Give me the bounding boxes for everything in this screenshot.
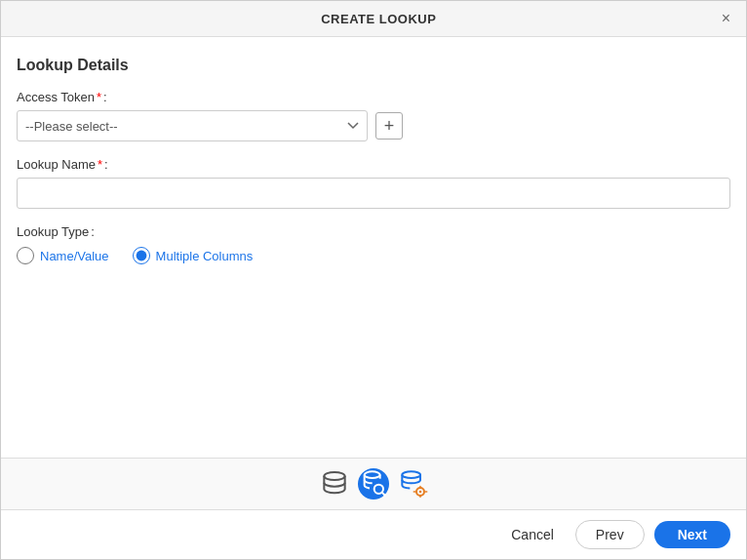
- lookup-name-field: Lookup Name * :: [17, 157, 730, 209]
- lookup-type-label: Lookup Type :: [17, 224, 730, 239]
- access-token-required: *: [97, 90, 101, 104]
- database-settings-icon-button[interactable]: [397, 468, 428, 500]
- lookup-name-label: Lookup Name * :: [17, 157, 730, 172]
- dialog-header: CREATE LOOKUP ×: [1, 1, 746, 37]
- lookup-type-radio-group: Name/Value Multiple Columns: [17, 247, 730, 264]
- access-token-row: --Please select-- +: [17, 110, 730, 141]
- database-settings-icon: [397, 468, 428, 500]
- radio-name-value-label: Name/Value: [40, 249, 109, 263]
- footer-icons: [1, 458, 746, 509]
- svg-point-4: [402, 471, 420, 478]
- search-database-icon-button[interactable]: [358, 468, 389, 500]
- footer-actions: Cancel Prev Next: [1, 509, 746, 559]
- access-token-select[interactable]: --Please select--: [17, 110, 368, 141]
- prev-button[interactable]: Prev: [575, 520, 645, 549]
- radio-multiple-columns-label: Multiple Columns: [156, 249, 254, 263]
- close-button[interactable]: ×: [722, 11, 730, 26]
- create-lookup-dialog: CREATE LOOKUP × Lookup Details Access To…: [0, 0, 747, 560]
- radio-name-value-input[interactable]: [17, 247, 34, 264]
- access-token-field: Access Token * : --Please select-- +: [17, 90, 730, 141]
- lookup-type-section: Lookup Type : Name/Value Multiple Column…: [17, 224, 730, 264]
- dialog-body: Lookup Details Access Token * : --Please…: [1, 37, 746, 458]
- svg-point-6: [419, 491, 422, 494]
- radio-name-value[interactable]: Name/Value: [17, 247, 109, 264]
- radio-multiple-columns[interactable]: Multiple Columns: [133, 247, 254, 264]
- database-icon-button[interactable]: [319, 468, 350, 500]
- search-database-icon: [358, 468, 389, 500]
- cancel-button[interactable]: Cancel: [499, 521, 566, 548]
- svg-point-0: [324, 472, 344, 480]
- lookup-name-input[interactable]: [17, 178, 730, 209]
- add-access-token-button[interactable]: +: [375, 112, 403, 140]
- section-title: Lookup Details: [17, 57, 730, 74]
- lookup-name-required: *: [98, 157, 102, 172]
- dialog-title: CREATE LOOKUP: [36, 12, 722, 26]
- database-icon: [319, 468, 350, 500]
- next-button[interactable]: Next: [654, 521, 730, 548]
- radio-multiple-columns-input[interactable]: [133, 247, 150, 264]
- svg-point-1: [365, 471, 380, 478]
- access-token-label: Access Token * :: [17, 90, 730, 104]
